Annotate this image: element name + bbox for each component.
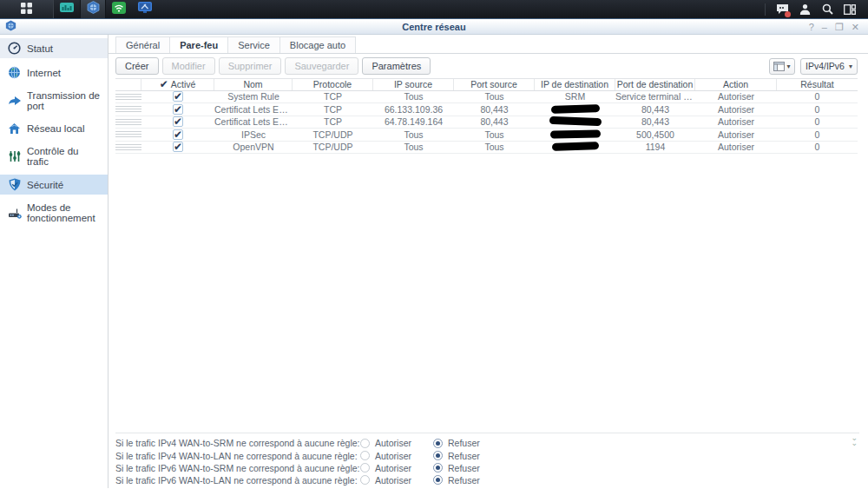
column-header-action[interactable]: Action bbox=[695, 79, 777, 90]
tab-service[interactable]: Service bbox=[227, 36, 280, 53]
rule-ip-source: Tous bbox=[373, 129, 454, 140]
column-header-port-destination[interactable]: Port de destination bbox=[615, 79, 695, 90]
delete-button[interactable]: Supprimer bbox=[219, 57, 282, 75]
sidebar-item-label: Réseau local bbox=[27, 123, 84, 134]
drag-handle-icon[interactable] bbox=[115, 106, 141, 112]
widgets-icon[interactable] bbox=[838, 0, 861, 19]
radio-unselected-icon[interactable] bbox=[360, 439, 370, 448]
column-header-protocole[interactable]: Protocole bbox=[293, 79, 373, 90]
drag-handle-icon[interactable] bbox=[115, 94, 141, 100]
deny-option[interactable]: Refuser bbox=[433, 451, 506, 461]
table-row[interactable]: ✔ Certificat Lets Encrypt IP2 TCP 64.78.… bbox=[115, 116, 858, 129]
save-button[interactable]: Sauvegarder bbox=[285, 57, 358, 75]
allow-option[interactable]: Autoriser bbox=[360, 463, 433, 473]
rule-enabled-checkbox[interactable]: ✔ bbox=[173, 142, 183, 152]
taskbar-app-network-map[interactable] bbox=[54, 0, 80, 18]
rule-result: 0 bbox=[777, 129, 858, 140]
firewall-panel: Général Pare-feu Service Blocage auto Cr… bbox=[108, 35, 868, 488]
allow-option[interactable]: Autoriser bbox=[360, 438, 433, 448]
taskbar-app-tools[interactable] bbox=[132, 0, 158, 18]
redaction-mark bbox=[551, 142, 598, 151]
redaction-mark bbox=[550, 104, 599, 114]
tab-general[interactable]: Général bbox=[115, 36, 170, 53]
policy-row-ipv4-wan-to-srm: Si le trafic IPv4 WAN-to-SRM ne correspo… bbox=[115, 437, 859, 449]
edit-button[interactable]: Modifier bbox=[162, 57, 215, 75]
deny-label: Refuser bbox=[448, 438, 480, 448]
sidebar-item-securite[interactable]: Sécurité bbox=[0, 175, 108, 195]
allow-option[interactable]: Autoriser bbox=[360, 451, 433, 461]
drag-handle-icon[interactable] bbox=[115, 131, 141, 137]
drag-handle-icon[interactable] bbox=[115, 144, 141, 150]
default-policy-section: ⌄⌄ Si le trafic IPv4 WAN-to-SRM ne corre… bbox=[115, 433, 859, 486]
rule-result: 0 bbox=[777, 91, 858, 102]
rule-ip-source: 66.133.109.36 bbox=[373, 104, 454, 115]
sidebar-item-modes-de-fonctionnement[interactable]: Modes de fonctionnement bbox=[0, 199, 108, 227]
table-row[interactable]: ✔ IPSec TCP/UDP Tous Tous 500,4500 Autor… bbox=[115, 129, 858, 142]
minimize-button[interactable]: – bbox=[822, 21, 827, 34]
sidebar: Statut Internet Transmission de port Rés… bbox=[0, 35, 108, 488]
table-row[interactable]: ✔ Certificat Lets Encrypt IP1 TCP 66.133… bbox=[115, 103, 858, 116]
taskbar-app-network-center[interactable] bbox=[80, 0, 106, 18]
traffic-control-sliders-icon bbox=[7, 150, 22, 162]
column-header-nom[interactable]: Nom bbox=[214, 79, 293, 90]
sidebar-item-statut[interactable]: Statut bbox=[0, 38, 108, 58]
sidebar-item-internet[interactable]: Internet bbox=[0, 63, 108, 83]
column-header-ip-destination[interactable]: IP de destination bbox=[535, 79, 615, 90]
settings-button[interactable]: Paramètres bbox=[362, 57, 431, 75]
rule-enabled-checkbox[interactable]: ✔ bbox=[173, 116, 183, 127]
taskbar bbox=[0, 0, 868, 19]
taskbar-app-wifi[interactable] bbox=[106, 0, 132, 18]
rule-ip-destination: SRM bbox=[535, 91, 615, 102]
main-menu-button[interactable] bbox=[0, 0, 54, 18]
window-app-icon bbox=[5, 19, 16, 35]
radio-selected-icon[interactable] bbox=[433, 475, 443, 485]
home-network-icon bbox=[7, 122, 22, 135]
drag-handle-icon[interactable] bbox=[115, 119, 141, 125]
sidebar-item-transmission-de-port[interactable]: Transmission de port bbox=[0, 87, 108, 115]
policy-row-ipv6-wan-to-lan: Si le trafic IPv6 WAN-to-LAN ne correspo… bbox=[115, 474, 859, 486]
table-row[interactable]: ✔ OpenVPN TCP/UDP Tous Tous 1194 Autoris… bbox=[115, 142, 858, 155]
notifications-chat-icon[interactable] bbox=[771, 0, 793, 19]
close-button[interactable]: ✕ bbox=[852, 21, 859, 34]
search-icon[interactable] bbox=[816, 0, 838, 19]
sidebar-item-reseau-local[interactable]: Réseau local bbox=[0, 119, 108, 138]
policy-label: Si le trafic IPv6 WAN-to-SRM ne correspo… bbox=[115, 463, 360, 473]
column-header-resultat[interactable]: Résultat bbox=[777, 79, 858, 90]
rule-action: Autoriser bbox=[695, 116, 777, 127]
column-view-button[interactable]: ▾ bbox=[769, 58, 795, 75]
create-button[interactable]: Créer bbox=[115, 57, 159, 75]
radio-selected-icon[interactable] bbox=[433, 451, 443, 460]
rule-enabled-checkbox[interactable]: ✔ bbox=[173, 104, 183, 115]
ip-version-dropdown[interactable]: IPv4/IPv6 ▾ bbox=[800, 58, 858, 75]
network-map-icon bbox=[60, 2, 74, 17]
rule-action: Autoriser bbox=[695, 142, 777, 152]
column-header-active[interactable]: ✔Activé bbox=[141, 79, 214, 90]
radio-unselected-icon[interactable] bbox=[360, 463, 370, 472]
rule-enabled-checkbox[interactable]: ✔ bbox=[173, 129, 183, 140]
deny-option[interactable]: Refuser bbox=[433, 438, 506, 448]
deny-option[interactable]: Refuser bbox=[433, 463, 506, 473]
user-icon[interactable] bbox=[793, 0, 816, 19]
tab-blocage-auto[interactable]: Blocage auto bbox=[279, 36, 356, 53]
allow-option[interactable]: Autoriser bbox=[360, 475, 433, 486]
apps-grid-icon bbox=[21, 2, 32, 17]
column-header-port-source[interactable]: Port source bbox=[454, 79, 535, 90]
radio-selected-icon[interactable] bbox=[433, 439, 443, 448]
maximize-button[interactable]: ❐ bbox=[835, 21, 844, 34]
column-header-ip-source[interactable]: IP source bbox=[373, 79, 454, 90]
tab-pare-feu[interactable]: Pare-feu bbox=[169, 36, 228, 53]
window-titlebar[interactable]: Centre réseau ? – ❐ ✕ bbox=[0, 20, 868, 35]
rule-result: 0 bbox=[777, 116, 858, 127]
radio-selected-icon[interactable] bbox=[433, 463, 443, 472]
rule-port-source: Tous bbox=[454, 91, 535, 102]
rule-enabled-checkbox[interactable]: ✔ bbox=[173, 91, 183, 102]
help-button[interactable]: ? bbox=[809, 21, 814, 34]
collapse-chevron-icon[interactable]: ⌄⌄ bbox=[851, 435, 858, 446]
policy-row-ipv4-wan-to-lan: Si le trafic IPv4 WAN-to-LAN ne correspo… bbox=[115, 449, 859, 461]
radio-unselected-icon[interactable] bbox=[360, 475, 370, 485]
deny-option[interactable]: Refuser bbox=[433, 475, 506, 486]
table-row[interactable]: ✔ System Rule TCP Tous Tous SRM Service … bbox=[115, 91, 858, 104]
sidebar-item-controle-du-trafic[interactable]: Contrôle du trafic bbox=[0, 142, 108, 170]
chevron-down-icon: ▾ bbox=[849, 63, 852, 70]
radio-unselected-icon[interactable] bbox=[360, 451, 370, 460]
